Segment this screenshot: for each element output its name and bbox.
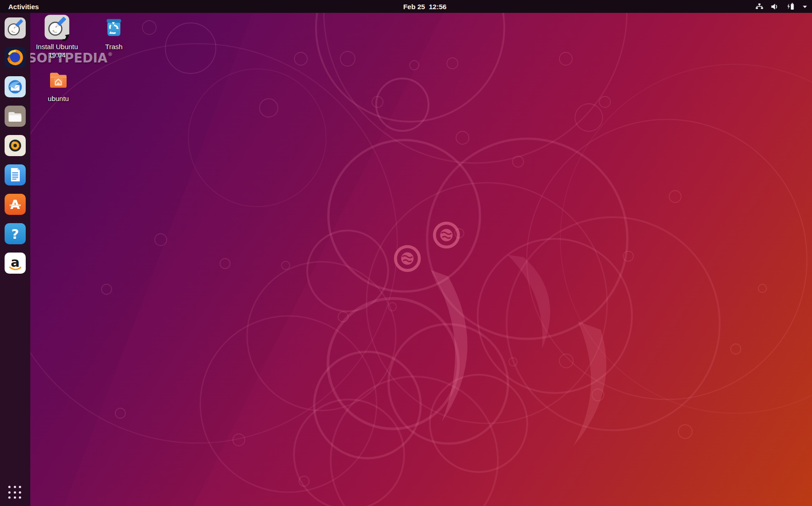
volume-icon (771, 3, 779, 10)
dock-item-firefox[interactable] (4, 46, 26, 68)
dock-item-ubiquity-installer[interactable] (4, 17, 26, 39)
dock-item-libreoffice-writer[interactable] (4, 164, 26, 186)
desktop-icon-install-ubuntu[interactable]: Install Ubuntu 19.04 (30, 14, 84, 59)
dock-item-rhythmbox[interactable] (4, 135, 26, 157)
desktop-icon-label: Install Ubuntu (36, 43, 78, 51)
dock-item-files[interactable] (4, 105, 26, 127)
wallpaper-dingo-art (0, 0, 812, 506)
dock-item-thunderbird[interactable] (4, 76, 26, 98)
network-icon (755, 3, 764, 10)
desktop-icon-home-folder[interactable]: ubuntu (32, 67, 85, 103)
system-status-area[interactable] (755, 0, 807, 13)
ubiquity-installer-icon (44, 14, 70, 41)
clock-button[interactable]: Feb 25 12:56 (403, 3, 446, 11)
desktop-icon-label: Trash (105, 43, 123, 51)
dock (0, 13, 30, 506)
activities-button[interactable]: Activities (6, 3, 42, 11)
desktop[interactable] (0, 0, 812, 506)
chevron-down-icon (802, 5, 807, 9)
top-bar: Activities Feb 25 12:56 (0, 0, 812, 13)
dingo-left-eye (395, 247, 419, 270)
dock-item-ubuntu-software[interactable] (4, 193, 26, 215)
registered-mark: ® (108, 51, 113, 57)
battery-charging-icon (786, 3, 795, 10)
launcher-arrow-emblem (62, 32, 71, 41)
dock-item-amazon[interactable] (4, 252, 26, 274)
desktop-icon-label-line2: 19.04 (48, 51, 66, 59)
show-applications-button[interactable] (8, 486, 22, 500)
trash-icon (102, 16, 126, 41)
home-folder-icon (46, 67, 71, 93)
desktop-icon-label: ubuntu (48, 95, 69, 102)
dock-item-help[interactable] (4, 223, 26, 245)
desktop-icon-trash[interactable]: Trash (87, 16, 141, 51)
